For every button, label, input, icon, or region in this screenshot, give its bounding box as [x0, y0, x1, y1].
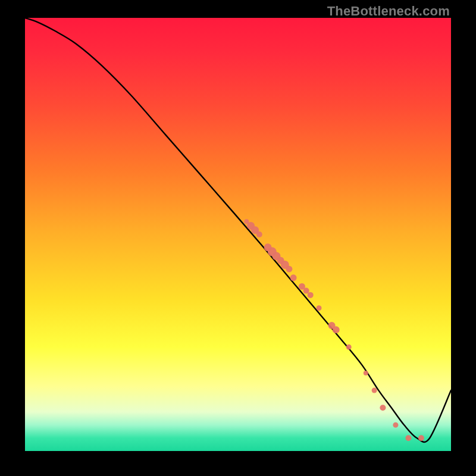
scatter-point — [364, 371, 368, 375]
scatter-point — [286, 266, 292, 273]
scatter-point — [380, 405, 386, 411]
scatter-point — [303, 288, 309, 294]
bottleneck-curve — [25, 18, 451, 442]
scatter-point — [372, 388, 377, 393]
scatter-point — [393, 422, 398, 428]
scatter-point — [308, 292, 314, 298]
scatter-point — [317, 305, 322, 311]
scatter-point — [346, 345, 352, 350]
chart-plot-area — [25, 18, 451, 451]
scatter-point — [418, 435, 424, 441]
scatter-point — [333, 326, 340, 333]
scatter-point — [256, 231, 262, 237]
chart-frame: TheBottleneck.com — [0, 0, 476, 476]
chart-overlay-svg — [25, 18, 451, 451]
scatter-points — [244, 219, 424, 441]
scatter-point — [405, 435, 411, 441]
scatter-point — [290, 274, 297, 281]
watermark-label: TheBottleneck.com — [327, 4, 450, 19]
